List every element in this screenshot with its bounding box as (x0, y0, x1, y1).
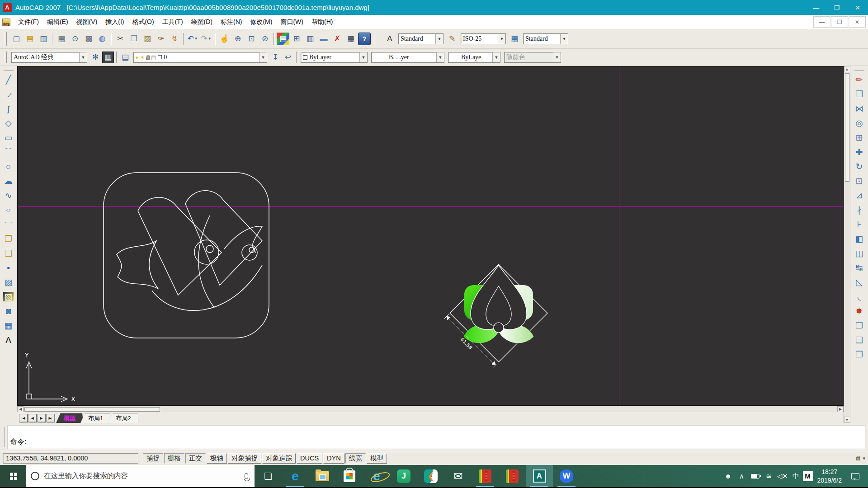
action-center-button[interactable] (846, 473, 864, 479)
tab-nav-2[interactable]: ▶ (37, 414, 46, 422)
join-icon[interactable]: ↹ (853, 261, 866, 274)
polyline-icon[interactable]: ʃ (2, 102, 15, 115)
taskbar-app-wps[interactable]: W (553, 465, 580, 487)
make-block-icon[interactable]: ❏ (2, 246, 15, 260)
tab-layout1[interactable]: 布局1 (80, 413, 111, 423)
status-grid-button[interactable]: 栅格 (164, 453, 184, 464)
revision-cloud-icon[interactable]: ☁ (2, 174, 15, 188)
table-icon[interactable]: ▦ (2, 319, 15, 332)
copy-object-icon[interactable]: ❐ (853, 87, 866, 101)
draworder-bring-front-icon[interactable]: ❒ (853, 319, 866, 332)
draworder-send-back-icon[interactable]: ❏ (853, 333, 866, 347)
scroll-up-icon[interactable]: ▲ (844, 66, 850, 72)
paste-icon[interactable]: ▨ (141, 33, 154, 45)
redo-icon[interactable]: ↷▼ (200, 33, 212, 45)
tab-nav-0[interactable]: |◀ (19, 414, 28, 422)
point-icon[interactable]: ▪ (2, 261, 15, 274)
restore-button[interactable]: ❐ (826, 0, 847, 15)
taskbar-app-autocad[interactable]: A (526, 465, 553, 487)
plotstyle-select-dropdown-icon[interactable]: ▼ (553, 52, 561, 62)
workspace-save-icon[interactable]: ▦ (102, 52, 114, 63)
tab-layout2[interactable]: 布局2 (108, 413, 138, 423)
menu-item-tools[interactable]: 工具(T) (158, 16, 187, 28)
command-input[interactable]: 命令: (7, 425, 865, 449)
color-select[interactable]: ByLayer▼ (301, 52, 368, 63)
horizontal-scrollbar[interactable]: ◀ ▶ (17, 406, 844, 412)
table-style-icon[interactable]: ▦ (508, 33, 521, 45)
linetype-select[interactable]: ———B. . .yer▼ (371, 52, 444, 63)
menu-item-insert[interactable]: 插入(I) (101, 16, 128, 28)
tool-palettes-icon[interactable]: ▥ (304, 33, 316, 45)
text-style-select[interactable]: Standard▼ (398, 33, 443, 44)
scroll-down-icon[interactable]: ▼ (844, 417, 850, 423)
publish-icon[interactable]: ▩ (82, 33, 95, 45)
help-icon[interactable]: ? (358, 33, 371, 45)
workspace-settings-icon[interactable]: ✻ (90, 52, 101, 63)
trim-icon[interactable]: ∤ (853, 203, 866, 216)
volume-muted-icon[interactable]: ◁✕ (776, 471, 789, 481)
draworder-above-icon[interactable]: ❐ (853, 347, 866, 361)
multiline-text-icon[interactable]: A (2, 333, 15, 347)
tab-nav-1[interactable]: ◀ (28, 414, 37, 422)
table-style-select[interactable]: Standard▼ (523, 33, 568, 44)
new-icon[interactable]: ▢ (10, 33, 23, 45)
fillet-icon[interactable]: ◟ (853, 290, 866, 303)
status-ortho-button[interactable]: 正交 (185, 453, 206, 464)
stretch-icon[interactable]: ⊿ (853, 188, 866, 202)
layer-previous-icon[interactable]: ↩ (282, 52, 294, 63)
dim-style-icon[interactable]: ✎ (446, 33, 458, 45)
vertical-scroll-thumb[interactable] (845, 73, 849, 182)
menu-item-dimension[interactable]: 标注(N) (217, 16, 246, 28)
document-restore-button[interactable]: ❐ (831, 16, 848, 28)
hatch-icon[interactable]: ▨ (2, 275, 15, 289)
lineweight-select[interactable]: ——ByLaye▼ (448, 52, 500, 63)
taskbar-app-kuaizip-red-1[interactable] (472, 465, 499, 487)
document-close-button[interactable]: ✕ (849, 16, 866, 28)
status-model-button[interactable]: 模型 (367, 453, 387, 464)
ime-mode-indicator[interactable]: M (803, 471, 813, 481)
fish-drawing[interactable] (103, 172, 270, 339)
scroll-left-icon[interactable]: ◀ (17, 406, 24, 413)
zoom-realtime-icon[interactable]: ⊕ (231, 33, 244, 45)
status-lwt-button[interactable]: 线宽 (345, 453, 366, 464)
block-editor-icon[interactable]: ↯ (168, 33, 181, 45)
people-icon[interactable]: ☻ (722, 471, 735, 481)
workspace-select[interactable]: AutoCAD 经典▼ (11, 52, 87, 63)
break-at-point-icon[interactable]: ◧ (853, 232, 866, 245)
status-dyn-button[interactable]: DYN (323, 453, 344, 464)
taskbar-app-file-explorer[interactable] (309, 465, 336, 487)
mirror-icon[interactable]: ⋈ (853, 102, 866, 115)
plot-icon[interactable]: ▦ (55, 33, 68, 45)
taskbar-clock[interactable]: 18:27 2019/6/2 (813, 468, 847, 485)
save-icon[interactable]: ▥ (37, 33, 50, 45)
microphone-icon[interactable] (245, 473, 248, 479)
web-publish-icon[interactable]: ◍ (96, 33, 108, 45)
tab-nav-3[interactable]: ▶| (46, 414, 55, 422)
polygon-icon[interactable]: ◇ (2, 116, 15, 130)
gradient-icon[interactable]: ▧ (2, 290, 15, 303)
quickcalc-icon[interactable]: ▦ (344, 33, 357, 45)
wifi-icon[interactable]: ≋ (762, 471, 776, 481)
chevron-up-icon[interactable]: ∧ (735, 471, 749, 481)
arc-icon[interactable]: ⌒ (2, 145, 15, 159)
taskbar-app-kuaizip[interactable]: ❮ (417, 465, 444, 487)
erase-icon[interactable]: ✏ (853, 73, 866, 86)
color-select-dropdown-icon[interactable]: ▼ (359, 52, 367, 62)
cut-icon[interactable]: ✂ (114, 33, 127, 45)
insert-block-icon[interactable]: ❐ (2, 232, 15, 245)
open-icon[interactable]: ▤ (24, 33, 36, 45)
linetype-select-dropdown-icon[interactable]: ▼ (436, 52, 444, 62)
taskbar-app-task-view[interactable]: ❏ (255, 465, 282, 487)
redo-icon-dropdown-icon[interactable]: ▼ (208, 37, 212, 41)
ime-lang-indicator[interactable]: 中 (789, 471, 803, 481)
markup-set-manager-icon[interactable]: ✗ (331, 33, 344, 45)
menu-item-modify[interactable]: 修改(M) (246, 16, 276, 28)
battery-icon[interactable] (749, 471, 762, 481)
region-icon[interactable]: ◙ (2, 304, 15, 318)
scroll-right-icon[interactable]: ▶ (837, 406, 844, 413)
layer-select[interactable]: ●☀▤0▼ (133, 52, 267, 63)
taskbar-app-j-app[interactable]: J (390, 465, 417, 487)
vertical-scrollbar[interactable]: ▲ ▼ (844, 66, 850, 423)
offset-icon[interactable]: ◎ (853, 116, 866, 130)
scale-icon[interactable]: ⊡ (853, 174, 866, 188)
